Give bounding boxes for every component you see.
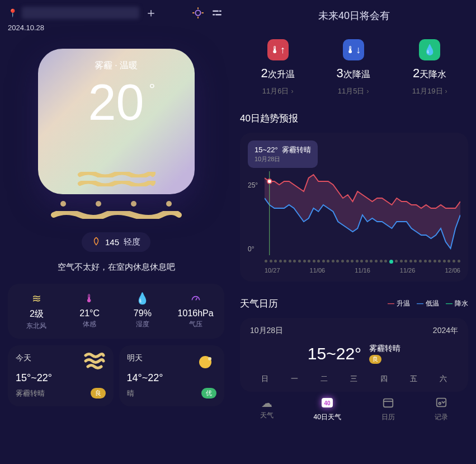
tab-40day[interactable]: 40 40日天气 <box>313 396 341 422</box>
summary-warming[interactable]: 🌡↑ 2次升温 11月6日› <box>261 39 294 96</box>
chart-x-axis: 10/2711/0611/1611/2612/06 <box>248 267 460 274</box>
trend-chart-card[interactable]: 15~22° 雾霾转晴 10月28日 25° 0° 10/2711/0611/1… <box>240 133 468 282</box>
haze-small-icon <box>83 351 106 375</box>
chevron-right-icon: › <box>445 87 447 95</box>
svg-point-19 <box>439 402 441 405</box>
svg-point-13 <box>267 179 272 184</box>
calendar-temp: 15~22° <box>308 344 361 363</box>
svg-rect-16 <box>383 399 393 407</box>
calendar-title: 天气日历 <box>240 297 388 310</box>
calendar-year: 2024年 <box>433 326 458 336</box>
metric-pressure[interactable]: 1016hPa 气压 <box>169 292 222 331</box>
calendar-date: 10月28日 <box>250 326 283 336</box>
chevron-right-icon: › <box>367 87 369 95</box>
metric-humidity[interactable]: 💧 79% 湿度 <box>116 292 169 331</box>
calendar-card[interactable]: 10月28日 2024年 15~22° 雾霾转晴 良 日一二三四五六 <box>240 318 468 392</box>
svg-line-9 <box>196 298 197 300</box>
forty-day-title: 未来40日将会有 <box>240 9 468 22</box>
chart-tooltip: 15~22° 雾霾转晴 10月28日 <box>248 140 318 168</box>
leaf-icon <box>92 237 101 247</box>
today-card[interactable]: 今天 15°~22° 雾霾转晴 良 <box>8 345 114 406</box>
tomorrow-card[interactable]: 明天 14°~22° 晴 优 <box>119 345 225 406</box>
svg-point-0 <box>195 10 200 15</box>
tab-weather[interactable]: ☁ 天气 <box>260 396 274 422</box>
chevron-right-icon: › <box>291 87 293 95</box>
trend-title: 40日趋势预报 <box>240 112 468 125</box>
bottom-tabbar: ☁ 天气 40 40日天气 日历 记录 <box>240 396 468 425</box>
metric-wind[interactable]: ≋ 2级 东北风 <box>10 292 63 331</box>
menu-icon[interactable] <box>210 6 224 20</box>
aqi-badge-today: 良 <box>91 388 106 399</box>
calendar-legend: 升温 低温 降水 <box>388 299 468 308</box>
summary-cooling[interactable]: 🌡↓ 3次降温 11月5日› <box>337 39 370 96</box>
forty-day-tab-icon: 40 <box>313 396 341 411</box>
sun-icon <box>194 351 216 378</box>
trend-chart[interactable]: 25° 0° <box>248 171 460 255</box>
weather-tab-icon: ☁ <box>260 396 274 410</box>
metric-feels-like[interactable]: 🌡 21°C 体感 <box>63 292 116 331</box>
aqi-badge-tomorrow: 优 <box>201 388 216 399</box>
svg-point-11 <box>208 357 211 360</box>
svg-text:40: 40 <box>324 400 331 406</box>
gauge-icon <box>169 292 222 305</box>
calendar-aqi-badge: 良 <box>369 355 381 364</box>
current-date: 2024.10.28 <box>8 24 224 32</box>
warming-icon: 🌡↑ <box>267 39 289 60</box>
thermometer-icon: 🌡 <box>63 292 116 305</box>
theme-icon[interactable] <box>191 6 205 20</box>
droplet-icon: 💧 <box>116 292 169 305</box>
aqi-level: 轻度 <box>124 237 140 247</box>
tab-calendar[interactable]: 日历 <box>381 396 395 422</box>
calendar-tab-icon <box>381 396 395 411</box>
chart-day-dots[interactable] <box>248 260 460 264</box>
aqi-value: 145 <box>105 237 119 247</box>
aqi-badge[interactable]: 145 轻度 <box>82 232 150 252</box>
summary-rain[interactable]: 💧 2天降水 11月19日› <box>412 39 447 96</box>
location-name-blurred[interactable] <box>22 7 139 19</box>
condition-text: 雾霾 · 温暖 <box>95 60 138 72</box>
weather-advice: 空气不太好，在室内休息休息吧 <box>8 262 224 273</box>
add-location-icon[interactable]: ＋ <box>144 6 158 20</box>
haze-icon <box>38 172 195 186</box>
forty-day-summary: 🌡↑ 2次升温 11月6日› 🌡↓ 3次降温 11月5日› 💧 2天降水 11月… <box>240 39 468 96</box>
tab-record[interactable]: 记录 <box>435 396 448 422</box>
rain-icon: 💧 <box>419 39 440 60</box>
cooling-icon: 🌡↓ <box>343 39 364 60</box>
header: 📍 ＋ <box>8 6 224 20</box>
metrics-row: ≋ 2级 东北风 🌡 21°C 体感 💧 79% 湿度 1016hPa 气压 <box>8 284 224 339</box>
wind-icon: ≋ <box>10 292 63 305</box>
haze-decoration <box>38 201 195 219</box>
current-temperature: 20° <box>88 77 144 128</box>
weekday-header: 日一二三四五六 <box>250 374 458 384</box>
location-pin-icon: 📍 <box>8 8 17 17</box>
record-tab-icon <box>435 396 448 411</box>
current-weather-card[interactable]: 雾霾 · 温暖 20° <box>38 49 195 194</box>
